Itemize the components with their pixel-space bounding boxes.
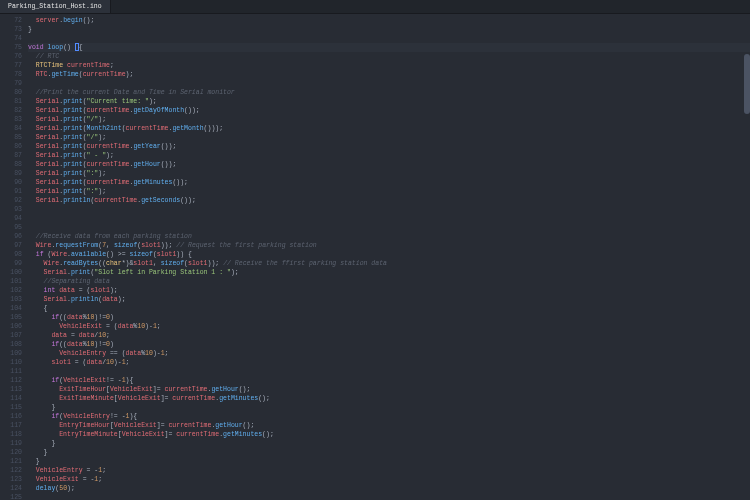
code-line[interactable]: Serial.print(":"); [28,187,744,196]
code-line[interactable] [28,79,744,88]
code-line[interactable]: if (Wire.available() >= sizeof(slot1)) { [28,250,744,259]
code-line[interactable]: Serial.print(currentTime.getMinutes()); [28,178,744,187]
code-line[interactable]: Serial.print("/"); [28,133,744,142]
code-line[interactable]: } [28,403,744,412]
code-line[interactable] [28,34,744,43]
line-number: 122 [0,466,22,475]
code-line[interactable]: RTCTime currentTime; [28,61,744,70]
line-number: 75 [0,43,22,52]
line-number: 93 [0,205,22,214]
line-number: 117 [0,421,22,430]
line-number: 92 [0,196,22,205]
line-number: 120 [0,448,22,457]
line-number: 119 [0,439,22,448]
line-number: 104 [0,304,22,313]
code-line[interactable]: } [28,448,744,457]
line-number: 99 [0,259,22,268]
code-editor[interactable]: 7273747576777879808182838485868788899091… [0,14,750,500]
line-number: 77 [0,61,22,70]
code-line[interactable]: if(VehicleEntry!= -1){ [28,412,744,421]
line-number: 87 [0,151,22,160]
code-line[interactable]: //Separating data [28,277,744,286]
line-number-gutter: 7273747576777879808182838485868788899091… [0,14,28,500]
code-line[interactable]: Serial.print("Current time: "); [28,97,744,106]
line-number: 88 [0,160,22,169]
code-line[interactable]: Serial.print(currentTime.getHour()); [28,160,744,169]
line-number: 114 [0,394,22,403]
line-number: 112 [0,376,22,385]
vertical-scrollbar[interactable] [744,14,750,500]
code-line[interactable]: Serial.println(data); [28,295,744,304]
line-number: 113 [0,385,22,394]
code-line[interactable]: //Receive data from each parking station [28,232,744,241]
line-number: 118 [0,430,22,439]
code-line[interactable]: if((data%10)!=0) [28,340,744,349]
code-line[interactable]: slot1 = (data/10)-1; [28,358,744,367]
line-number: 100 [0,268,22,277]
code-line[interactable]: VehicleEntry = -1; [28,466,744,475]
code-line[interactable]: Serial.print("/"); [28,115,744,124]
line-number: 107 [0,331,22,340]
line-number: 96 [0,232,22,241]
code-line[interactable] [28,214,744,223]
line-number: 79 [0,79,22,88]
code-line[interactable]: EntryTimeHour[VehicleExit]= currentTime.… [28,421,744,430]
code-area[interactable]: server.begin();}void loop() { // RTC RTC… [28,14,744,500]
code-line[interactable]: if(VehicleExit!= -1){ [28,376,744,385]
code-line[interactable]: VehicleEntry == (data%10)-1; [28,349,744,358]
code-line[interactable]: EntryTimeMinute[VehicleExit]= currentTim… [28,430,744,439]
line-number: 83 [0,115,22,124]
code-line[interactable]: ExitTimeMinute[VehicleExit]= currentTime… [28,394,744,403]
line-number: 82 [0,106,22,115]
line-number: 106 [0,322,22,331]
code-line[interactable]: void loop() { [28,43,744,52]
line-number: 94 [0,214,22,223]
code-line[interactable]: } [28,439,744,448]
line-number: 78 [0,70,22,79]
line-number: 121 [0,457,22,466]
line-number: 97 [0,241,22,250]
code-line[interactable]: Serial.print(":"); [28,169,744,178]
code-line[interactable]: delay(50); [28,484,744,493]
code-line[interactable]: RTC.getTime(currentTime); [28,70,744,79]
code-line[interactable]: int data = (slot1); [28,286,744,295]
line-number: 85 [0,133,22,142]
code-line[interactable] [28,223,744,232]
code-line[interactable]: // RTC [28,52,744,61]
code-line[interactable]: Serial.print(" - "); [28,151,744,160]
code-line[interactable] [28,205,744,214]
code-line[interactable]: ExitTimeHour[VehicleExit]= currentTime.g… [28,385,744,394]
line-number: 89 [0,169,22,178]
tab-file[interactable]: Parking_Station_Host.ino [0,0,111,13]
line-number: 124 [0,484,22,493]
code-line[interactable]: server.begin(); [28,16,744,25]
line-number: 123 [0,475,22,484]
code-line[interactable]: } [28,25,744,34]
code-line[interactable]: Serial.print("Slot left in Parking Stati… [28,268,744,277]
code-line[interactable] [28,367,744,376]
line-number: 115 [0,403,22,412]
code-line[interactable] [28,493,744,500]
line-number: 98 [0,250,22,259]
code-line[interactable]: Wire.requestFrom(7, sizeof(slot1)); // R… [28,241,744,250]
tab-bar: Parking_Station_Host.ino [0,0,750,14]
line-number: 73 [0,25,22,34]
scrollbar-thumb[interactable] [744,54,750,114]
code-line[interactable]: VehicleExit = (data%10)-1; [28,322,744,331]
line-number: 95 [0,223,22,232]
line-number: 125 [0,493,22,500]
code-line[interactable]: if((data%10)!=0) [28,313,744,322]
code-line[interactable]: } [28,457,744,466]
code-line[interactable]: Serial.print(Month2int(currentTime.getMo… [28,124,744,133]
line-number: 116 [0,412,22,421]
code-line[interactable]: { [28,304,744,313]
code-line[interactable]: Wire.readBytes((char*)&slot1, sizeof(slo… [28,259,744,268]
code-line[interactable]: Serial.println(currentTime.getSeconds())… [28,196,744,205]
code-line[interactable]: Serial.print(currentTime.getDayOfMonth()… [28,106,744,115]
code-line[interactable]: VehicleExit = -1; [28,475,744,484]
code-line[interactable]: //Print the current Date and Time in Ser… [28,88,744,97]
code-line[interactable]: data = data/10; [28,331,744,340]
code-line[interactable]: Serial.print(currentTime.getYear()); [28,142,744,151]
line-number: 91 [0,187,22,196]
line-number: 108 [0,340,22,349]
